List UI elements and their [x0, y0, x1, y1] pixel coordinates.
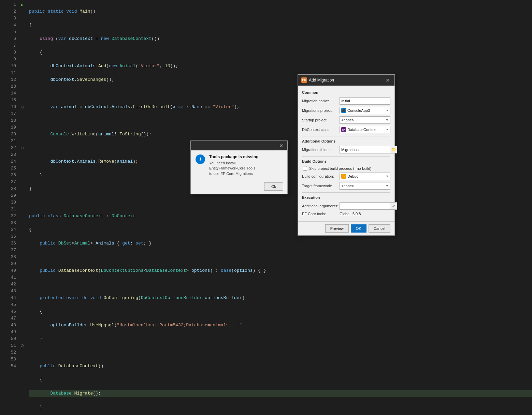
migrations-folder-input[interactable]: [340, 146, 390, 153]
dialog-title: Add Migration: [309, 78, 334, 83]
code-content[interactable]: public static void Main() { using (var d…: [26, 0, 532, 415]
additional-args-label: Additional arguments:: [302, 204, 340, 208]
dialog-body: Common Migration name: Migrations projec…: [298, 86, 394, 221]
warning-dialog[interactable]: ✕ i Tools package is missing You need in…: [190, 140, 288, 194]
dbcontext-class-select[interactable]: C# DatabaseContext ▼: [340, 126, 390, 133]
skip-build-label: Skip project build process (--no-build): [309, 166, 371, 171]
startup-project-select[interactable]: <none> ▼: [340, 116, 390, 124]
warn-ok-button[interactable]: Ok: [264, 182, 283, 191]
target-framework-label: Target framework:: [302, 184, 340, 188]
warn-heading: Tools package is missing: [209, 154, 283, 159]
startup-project-chevron: ▼: [386, 118, 389, 122]
ok-button[interactable]: OK: [351, 224, 366, 233]
build-config-value: Debug: [347, 174, 358, 178]
build-config-value-wrapper: D Debug: [341, 174, 358, 179]
migration-name-input[interactable]: [340, 97, 390, 105]
editor-gutter: ▶: [19, 0, 26, 415]
target-framework-value: <none>: [341, 184, 354, 188]
ef-tools-value: Global, 6.0.8: [340, 212, 361, 216]
migrations-folder-label: Migrations folder:: [302, 148, 340, 152]
migrations-project-chevron: ▼: [386, 109, 389, 112]
divider-1: [302, 136, 390, 136]
preview-button[interactable]: Preview: [325, 224, 349, 233]
migration-name-label: Migration name:: [302, 99, 340, 103]
warn-body: i Tools package is missing You need inst…: [191, 150, 287, 180]
dbcontext-chevron: ▼: [386, 128, 389, 131]
target-framework-select[interactable]: <none> ▼: [340, 182, 390, 190]
divider-2: [302, 156, 390, 157]
line-numbers: 1 2 3 4 5 6 7 8 9 10 11 12 13 14 15 16 1…: [0, 0, 19, 415]
warn-close-button[interactable]: ✕: [278, 142, 285, 149]
dialog-ef-icon: EF: [301, 77, 307, 83]
warn-footer: Ok: [191, 180, 287, 194]
startup-project-value: <none>: [341, 118, 354, 122]
startup-project-row: Startup project: <none> ▼: [302, 116, 390, 124]
target-framework-row: Target framework: <none> ▼: [302, 182, 390, 190]
project-icon: ⬛: [341, 108, 346, 113]
dbcontext-class-value: DatabaseContext: [347, 128, 376, 132]
dialog-close-button[interactable]: ✕: [384, 77, 391, 84]
migrations-folder-input-wrapper: 📁: [340, 146, 397, 153]
migrations-project-value: ConsoleApp3: [347, 108, 370, 113]
titlebar-left: EF Add Migration: [301, 77, 334, 83]
dialog-titlebar: EF Add Migration ✕: [298, 75, 394, 86]
add-migration-dialog[interactable]: EF Add Migration ✕ Common Migration name…: [298, 74, 395, 236]
dbcontext-value-wrapper: C# DatabaseContext: [341, 127, 376, 132]
build-config-label: Build configuration:: [302, 174, 340, 178]
migrations-project-label: Migrations project:: [302, 108, 340, 113]
section-common: Common: [302, 90, 390, 94]
divider-3: [302, 192, 390, 193]
additional-args-row: Additional arguments: ⤢: [302, 202, 390, 210]
code-editor: 1 2 3 4 5 6 7 8 9 10 11 12 13 14 15 16 1…: [0, 0, 532, 415]
debug-icon: D: [341, 174, 346, 179]
dialog-footer: Preview OK Cancel: [298, 221, 394, 235]
warn-message: You need install EntityFrameworkCore.Too…: [209, 161, 283, 176]
csharp-icon: C#: [341, 127, 346, 132]
skip-build-row: Skip project build process (--no-build): [303, 166, 390, 171]
folder-icon: 📁: [391, 147, 396, 152]
ef-tools-label: EF Core tools:: [302, 212, 340, 216]
section-execution: Execution: [302, 195, 390, 199]
cancel-button[interactable]: Cancel: [369, 224, 390, 233]
additional-args-input[interactable]: [340, 202, 390, 210]
ef-tools-row: EF Core tools: Global, 6.0.8: [302, 212, 390, 216]
migrations-folder-row: Migrations folder: 📁: [302, 146, 390, 153]
target-framework-chevron: ▼: [386, 184, 389, 188]
migrations-project-row: Migrations project: ⬛ ConsoleApp3 ▼: [302, 107, 390, 114]
section-build: Build Options: [302, 159, 390, 163]
warn-text-content: Tools package is missing You need instal…: [209, 154, 283, 176]
info-icon-text: i: [200, 156, 201, 162]
additional-args-wrapper: ⤢: [340, 202, 397, 210]
migrations-project-value-wrapper: ⬛ ConsoleApp3: [341, 108, 370, 113]
migrations-project-select[interactable]: ⬛ ConsoleApp3 ▼: [340, 107, 390, 114]
skip-build-checkbox[interactable]: [303, 166, 307, 171]
migration-name-row: Migration name:: [302, 97, 390, 105]
warn-titlebar: ✕: [191, 141, 287, 150]
migrations-folder-browse-button[interactable]: 📁: [390, 146, 397, 153]
startup-project-label: Startup project:: [302, 118, 340, 122]
dbcontext-class-label: DbContext class:: [302, 128, 340, 132]
section-additional: Additional Options: [302, 139, 390, 143]
additional-args-expand-button[interactable]: ⤢: [390, 202, 397, 210]
build-config-chevron: ▼: [386, 175, 389, 178]
ef-tools-text: Global, 6.0.8: [340, 212, 361, 216]
info-icon: i: [196, 154, 205, 164]
build-config-row: Build configuration: D Debug ▼: [302, 173, 390, 180]
build-config-select[interactable]: D Debug ▼: [340, 173, 390, 180]
dbcontext-class-row: DbContext class: C# DatabaseContext ▼: [302, 126, 390, 133]
